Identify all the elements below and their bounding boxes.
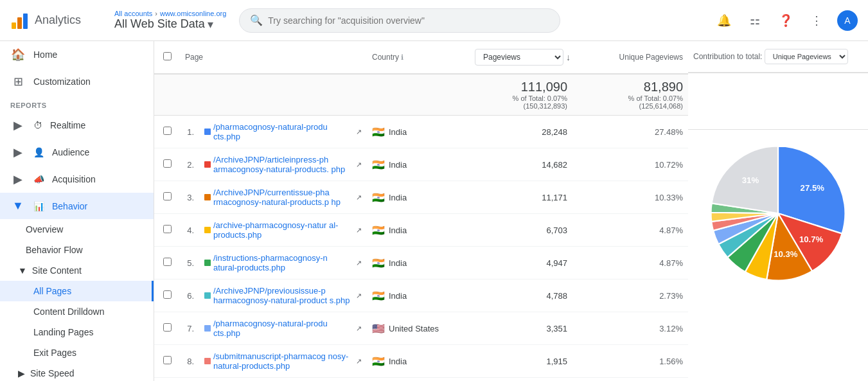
- page-link-area: /pharmacognosy-natural-produ cts.php ↗: [204, 319, 362, 338]
- ext-link-icon[interactable]: ↗: [356, 259, 362, 267]
- page-link[interactable]: /submitmanuscript-pharmacog nosy-natural…: [213, 351, 353, 371]
- row-num-cell: 2.: [180, 154, 199, 176]
- audience-icon: 👤: [33, 147, 44, 157]
- search-bar[interactable]: 🔍: [239, 8, 560, 33]
- data-rows-container: 1. /pharmacognosy-natural-produ cts.php …: [154, 116, 688, 381]
- country-name: India: [389, 226, 407, 235]
- row-unique-cell: 10.72%: [572, 154, 688, 176]
- page-link[interactable]: /instructions-pharmacognosy-n atural-pro…: [213, 253, 353, 272]
- row-pageviews-cell: 14,682: [470, 154, 572, 176]
- more-button[interactable]: ⋮: [806, 10, 827, 31]
- content-area: Page Country ℹ Pageviews Unique Pageview…: [154, 41, 868, 381]
- table-row: 1. /pharmacognosy-natural-produ cts.php …: [154, 116, 688, 148]
- country-flag: 🇮🇳: [372, 290, 385, 302]
- svg-rect-0: [12, 22, 16, 29]
- ext-link-icon[interactable]: ↗: [356, 161, 362, 169]
- table-row: 3. /ArchiveJPNP/currentissue-pha rmacogn…: [154, 181, 688, 214]
- row-unique-cell: 2.73%: [572, 285, 688, 307]
- row-checkbox[interactable]: [163, 290, 172, 299]
- ext-link-icon[interactable]: ↗: [356, 193, 362, 202]
- pageviews-sort-select[interactable]: Pageviews Unique Pageviews: [475, 49, 563, 66]
- help-button[interactable]: ❓: [775, 10, 796, 31]
- total-unique-value: 81,890: [578, 80, 683, 94]
- country-name: United States: [389, 324, 439, 333]
- country-name: India: [389, 291, 407, 301]
- row-checkbox[interactable]: [163, 192, 172, 200]
- ext-link-icon[interactable]: ↗: [356, 292, 362, 300]
- breadcrumb-site[interactable]: www.omicsonline.org: [160, 10, 226, 17]
- totals-unique-col: 81,890 % of Total: 0.07% (125,614,068): [572, 75, 688, 115]
- ext-link-icon[interactable]: ↗: [356, 357, 362, 366]
- sidebar-item-customization[interactable]: ⊞ Customization: [0, 68, 154, 95]
- sidebar-item-realtime[interactable]: ▶ ⏱ Realtime: [0, 112, 154, 139]
- chart-totals-spacer: [688, 73, 868, 130]
- sidebar-site-content-header[interactable]: ▼ Site Content: [0, 260, 154, 281]
- row-country-cell: 🇮🇳 India: [367, 120, 470, 145]
- sidebar-item-behavior[interactable]: ▼ 📊 Behavior: [0, 193, 154, 219]
- totals-row: 111,090 % of Total: 0.07% (150,312,893) …: [154, 75, 688, 116]
- reports-section-label: REPORTS: [0, 95, 154, 112]
- pie-chart-area: 27.5%10.7%10.3%31%: [688, 130, 868, 297]
- search-input[interactable]: [268, 15, 549, 26]
- select-all-checkbox[interactable]: [163, 52, 172, 60]
- page-color-dot: [204, 227, 211, 233]
- row-page-cell: /editorialboard-pharmacognosy -natural-p…: [199, 378, 367, 381]
- page-link[interactable]: /archive-pharmacognosy-natur al-products…: [213, 220, 353, 240]
- sidebar-item-exit-pages[interactable]: Exit Pages: [0, 342, 154, 363]
- row-checkbox[interactable]: [163, 225, 172, 233]
- page-link-area: /submitmanuscript-pharmacog nosy-natural…: [204, 351, 362, 371]
- sidebar-exit-pages-label: Exit Pages: [33, 348, 76, 358]
- row-checkbox[interactable]: [163, 356, 172, 364]
- page-color-dot: [204, 292, 211, 299]
- total-unique-pct: % of Total: 0.07%: [578, 94, 683, 102]
- breadcrumb-links: All accounts › www.omicsonline.org: [114, 10, 226, 17]
- row-checkbox[interactable]: [163, 323, 172, 332]
- row-checkbox-cell: [154, 317, 180, 340]
- sidebar-customization-label: Customization: [33, 76, 91, 87]
- table-row: 7. /pharmacognosy-natural-produ cts.php …: [154, 312, 688, 345]
- sidebar-item-home[interactable]: 🏠 Home: [0, 41, 154, 68]
- notifications-button[interactable]: 🔔: [714, 10, 734, 31]
- svg-text:31%: 31%: [742, 175, 759, 185]
- sort-arrow-icon[interactable]: ↓: [566, 52, 571, 62]
- country-flag: 🇮🇳: [372, 191, 385, 204]
- page-link[interactable]: /ArchiveJPNP/articleinpress-ph armacogno…: [213, 155, 353, 174]
- sidebar-item-content-drilldown[interactable]: Content Drilldown: [0, 301, 154, 322]
- ext-link-icon[interactable]: ↗: [356, 128, 362, 136]
- sidebar-item-behavior-flow[interactable]: Behavior Flow: [0, 240, 154, 260]
- realtime-expand-icon: ▶: [10, 118, 26, 132]
- sidebar-item-overview[interactable]: Overview: [0, 219, 154, 240]
- sidebar-item-audience[interactable]: ▶ 👤 Audience: [0, 139, 154, 166]
- sidebar-realtime-label: Realtime: [50, 120, 85, 130]
- sidebar-site-speed-header[interactable]: ▶ Site Speed: [0, 363, 154, 381]
- table-row: 4. /archive-pharmacognosy-natur al-produ…: [154, 214, 688, 247]
- page-link[interactable]: /ArchiveJPNP/previousissue-p harmacognos…: [213, 286, 353, 305]
- row-checkbox[interactable]: [163, 127, 172, 135]
- sidebar-home-label: Home: [33, 49, 57, 60]
- avatar[interactable]: A: [837, 10, 858, 31]
- apps-button[interactable]: ⚏: [745, 10, 765, 31]
- country-name: India: [389, 258, 407, 268]
- breadcrumb-account[interactable]: All accounts: [114, 10, 152, 17]
- page-link[interactable]: /ArchiveJPNP/currentissue-pha rmacognosy…: [213, 188, 353, 207]
- page-link[interactable]: /pharmacognosy-natural-produ cts.php: [213, 319, 353, 338]
- sidebar-item-landing-pages[interactable]: Landing Pages: [0, 322, 154, 342]
- row-page-cell: /pharmacognosy-natural-produ cts.php ↗: [199, 312, 367, 344]
- table-row: 6. /ArchiveJPNP/previousissue-p harmacog…: [154, 279, 688, 312]
- row-checkbox[interactable]: [163, 258, 172, 266]
- totals-pageviews-col: 111,090 % of Total: 0.07% (150,312,893): [470, 75, 572, 115]
- sidebar-item-all-pages[interactable]: All Pages: [0, 281, 154, 301]
- chart-column: Contribution to total: Unique Pageviews …: [688, 41, 868, 381]
- account-selector[interactable]: All Web Site Data ▾: [114, 17, 226, 31]
- row-checkbox[interactable]: [163, 159, 172, 168]
- sidebar-item-acquisition[interactable]: ▶ 📣 Acquisition: [0, 166, 154, 193]
- bell-icon: 🔔: [717, 13, 731, 28]
- row-num-cell: 1.: [180, 121, 199, 143]
- ext-link-icon[interactable]: ↗: [356, 324, 362, 333]
- table-header-section: Page Country ℹ Pageviews Unique Pageview…: [154, 41, 868, 381]
- total-pageviews-base: (150,312,893): [475, 102, 567, 110]
- page-link[interactable]: /pharmacognosy-natural-produ cts.php: [213, 122, 353, 141]
- row-pageviews-cell: 6,703: [470, 219, 572, 242]
- ext-link-icon[interactable]: ↗: [356, 226, 362, 235]
- contribution-metric-select[interactable]: Unique Pageviews: [765, 49, 848, 64]
